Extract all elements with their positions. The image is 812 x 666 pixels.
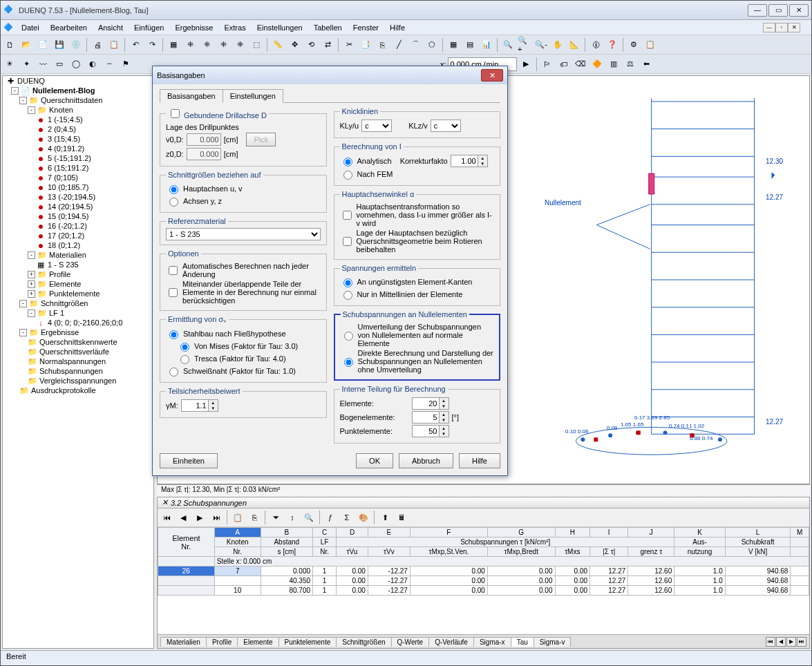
move-icon[interactable]: ✥ [287,37,302,53]
kly-select[interactable]: c [361,120,392,132]
minimize-button[interactable]: — [748,4,767,17]
ruler-icon[interactable]: 📏 [270,37,285,53]
erm-tresca-radio[interactable] [180,355,189,364]
tree-knoten-item[interactable]: ●13 (-20;194.5) [3,192,153,202]
save-icon[interactable]: 📄 [35,37,50,53]
bottom-tab[interactable]: Elemente [237,637,278,647]
tprev-icon[interactable]: ◀ [176,510,191,525]
col-E[interactable]: E [368,528,410,537]
calc-analyt-radio[interactable] [343,158,352,166]
col-G[interactable]: G [487,528,555,537]
erm-mises-radio[interactable] [180,343,189,352]
tree-profile[interactable]: +📁Profile [3,269,153,279]
zoom-out-icon[interactable]: 🔍- [534,37,549,53]
table-row[interactable]: 2670.00010.00-12.270.000.000.0012.2712.6… [158,567,809,576]
mdi-close[interactable]: ✕ [788,23,800,32]
tree-knoten-item[interactable]: ●4 (0;191.2) [3,144,153,153]
hilfe-button[interactable]: Hilfe [459,453,500,468]
kf-input[interactable] [451,155,478,167]
tab-first[interactable]: ⏮ [766,637,775,647]
menu-extras[interactable]: Extras [218,22,251,33]
bottom-tab[interactable]: Schnittgrößen [336,637,391,647]
snap4-icon[interactable]: ⁜ [232,37,247,53]
misc2-icon[interactable]: 📋 [643,37,658,53]
open-icon[interactable]: 📂 [19,37,34,53]
bottom-tab[interactable]: Sigma-x [473,637,511,647]
result-table[interactable]: ElementNr. A B C D E F G H I J [158,527,809,596]
tab-last[interactable]: ⏭ [797,637,806,647]
tree-ausdruck[interactable]: 📁Ausdruckprotokolle [3,386,153,395]
menu-bearbeiten[interactable]: Bearbeiten [45,22,93,33]
new-icon[interactable]: 🗋 [2,37,17,53]
gamma-input[interactable] [181,399,209,412]
mirror-icon[interactable]: ⇄ [320,37,335,53]
pick-button[interactable]: Pick [246,133,276,146]
paste-icon[interactable]: ⎘ [375,37,390,53]
zoom-fit-icon[interactable]: 🔍 [500,37,516,53]
snap5-icon[interactable]: ⬚ [249,37,264,53]
mdi-restore[interactable]: ▫ [775,23,788,32]
pan-icon[interactable]: ✋ [550,37,565,53]
z0-input[interactable] [187,148,221,160]
col-L[interactable]: L [725,528,791,537]
col-H[interactable]: H [555,528,590,537]
haupt-trans-checkbox[interactable] [343,211,352,220]
schub-umvert-radio[interactable] [344,332,353,341]
tree-knoten-item[interactable]: ●17 (20;1.2) [3,231,153,240]
results-icon[interactable]: 📊 [479,37,494,53]
bogen-input[interactable] [412,411,440,424]
fill-icon[interactable]: ▥ [606,57,621,72]
cut-icon[interactable]: ✂ [341,37,357,53]
tab-einstellungen[interactable]: Einstellungen [223,89,283,103]
print-icon[interactable]: 🖨 [90,37,105,53]
opt-overlap-checkbox[interactable] [169,288,178,297]
tlast-icon[interactable]: ⏭ [209,510,224,525]
tree-knoten-item[interactable]: ●15 (0;194.5) [3,211,153,221]
rotate-icon[interactable]: ⟲ [303,37,319,53]
tsort-icon[interactable]: ↕ [285,510,300,525]
ok-button[interactable]: OK [356,453,393,468]
undo-icon[interactable]: ↶ [128,37,143,53]
tree-knoten-item[interactable]: ●5 (-15;191.2) [3,153,153,163]
punkt-input[interactable] [412,425,440,437]
erm-schweiss-radio[interactable] [169,368,178,377]
abbruch-button[interactable]: Abbruch [399,453,453,468]
redo-icon[interactable]: ↷ [144,37,160,53]
menu-fenster[interactable]: Fenster [348,22,384,33]
play-icon[interactable]: ▶ [518,57,534,72]
menu-einstellungen[interactable]: Einstellungen [252,22,308,33]
col-element[interactable]: ElementNr. [158,528,215,557]
table-row[interactable]: 1080.70010.00-12.270.000.000.0012.2712.6… [158,586,809,596]
einheiten-button[interactable]: Einheiten [160,453,218,468]
tfx-icon[interactable]: ƒ [323,510,338,525]
drill-checkbox[interactable] [171,109,180,118]
tfilter-icon[interactable]: ⏷ [268,510,283,525]
tab-next[interactable]: ▶ [786,637,796,647]
tree-root[interactable]: ✚DUENQ [3,76,153,86]
tree-knoten-item[interactable]: ●7 (0;105) [3,173,153,182]
tree-knoten[interactable]: -📁Knoten [3,105,153,115]
snap3-icon[interactable]: ⁜ [216,37,231,53]
tfirst-icon[interactable]: ⏮ [159,510,174,525]
bottom-tab[interactable]: Punktelemente [278,637,337,647]
tree-knoten-item[interactable]: ●3 (15;4.5) [3,134,153,144]
menu-ansicht[interactable]: Ansicht [93,22,129,33]
tree-erg-item[interactable]: 📁Schubspannungen [3,366,153,376]
tnext-icon[interactable]: ▶ [192,510,207,525]
tree-mat1[interactable]: ▦1 - S 235 [3,260,153,269]
maximize-button[interactable]: ▭ [768,4,788,17]
bottom-tab[interactable]: Profile [206,637,238,647]
calc-icon[interactable]: ▦ [446,37,461,53]
tree-lf1[interactable]: -📁LF 1 [3,308,153,318]
dialog-close-button[interactable]: ✕ [481,69,503,82]
menu-hilfe[interactable]: Hilfe [384,22,410,33]
rect-icon[interactable]: ▭ [52,57,67,72]
star-icon[interactable]: ✦ [19,57,34,72]
color-icon[interactable]: 🔶 [589,57,605,72]
tree-erg-item[interactable]: 📁Querschnittskennwerte [3,337,153,347]
poly-icon[interactable]: ⬠ [424,37,440,53]
tree-knoten-item[interactable]: ●1 (-15;4.5) [3,115,153,124]
tree-erg-item[interactable]: 📁Vergleichsspannungen [3,376,153,386]
refmat-select[interactable]: 1 - S 235 [166,228,321,240]
tree-elemente[interactable]: +📁Elemente [3,279,153,289]
